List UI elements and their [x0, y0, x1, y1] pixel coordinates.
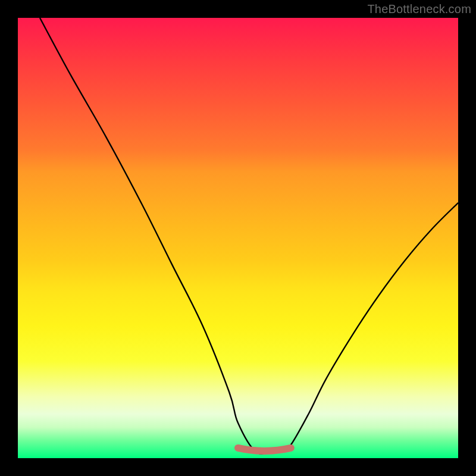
curve-layer: [18, 18, 458, 458]
watermark-text: TheBottleneck.com: [367, 2, 471, 16]
chart-frame: TheBottleneck.com: [0, 0, 476, 476]
plot-area: [18, 18, 458, 458]
trough-highlight: [238, 448, 291, 451]
bottleneck-curve: [40, 18, 458, 454]
